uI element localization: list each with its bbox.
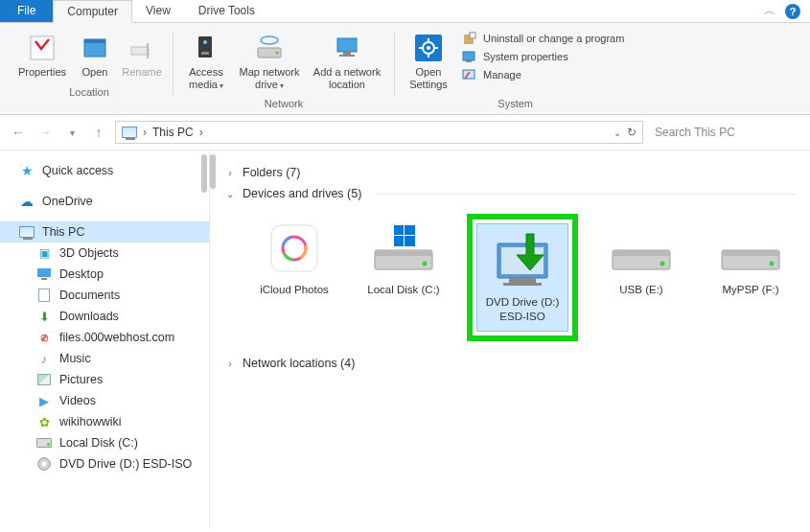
tab-computer[interactable]: Computer	[53, 0, 132, 23]
this-pc-icon	[122, 127, 137, 138]
svg-rect-2	[84, 39, 105, 43]
nav-wikihowwiki[interactable]: ✿wikihowwiki	[0, 411, 209, 432]
svg-rect-26	[37, 268, 51, 277]
downloads-icon: ⬇	[36, 309, 52, 324]
nav-pictures[interactable]: Pictures	[0, 369, 209, 390]
map-network-drive-button[interactable]: Map network drive▾	[235, 29, 304, 94]
drive-local-disk-c[interactable]: Local Disk (C:)	[358, 214, 450, 341]
ribbon-group-system: Open Settings Uninstall or change a prog…	[397, 29, 634, 114]
svg-rect-28	[271, 225, 317, 271]
svg-rect-45	[509, 278, 536, 283]
map-drive-icon	[254, 33, 285, 63]
highlight-annotation: DVD Drive (D:) ESD-ISO	[467, 214, 578, 341]
nav-local-disk-c[interactable]: Local Disk (C:)	[0, 432, 209, 453]
tab-drive-tools[interactable]: Drive Tools	[185, 0, 269, 22]
forward-button[interactable]: →	[35, 122, 56, 143]
collapse-ribbon-icon[interactable]: ︿	[764, 3, 775, 19]
svg-rect-23	[463, 52, 474, 60]
address-bar[interactable]: › This PC › ⌄ ↻	[115, 121, 643, 144]
recent-locations-button[interactable]: ▾	[61, 122, 82, 143]
cloud-icon: ☁	[19, 194, 35, 209]
address-row: ← → ▾ ↑ › This PC › ⌄ ↻ Search This PC	[0, 115, 810, 150]
drive-usb-e[interactable]: USB (E:)	[595, 214, 687, 341]
refresh-icon[interactable]: ↻	[627, 126, 636, 139]
music-icon: ♪	[36, 351, 52, 366]
back-button[interactable]: ←	[8, 122, 29, 143]
dropdown-icon: ▾	[220, 81, 223, 90]
nav-quick-access[interactable]: ★ Quick access	[0, 160, 209, 181]
svg-rect-4	[147, 43, 149, 58]
address-dropdown-icon[interactable]: ⌄	[613, 127, 621, 138]
svg-rect-3	[131, 47, 149, 55]
svg-rect-24	[466, 60, 472, 62]
nav-this-pc[interactable]: This PC	[0, 221, 209, 243]
breadcrumb-chevron-icon: ›	[199, 126, 203, 139]
star-icon: ★	[19, 163, 35, 178]
settings-gear-icon	[413, 33, 444, 63]
tab-view[interactable]: View	[132, 0, 185, 22]
ribbon-separator	[394, 33, 395, 95]
drive-icon	[36, 435, 52, 451]
drive-icloud-photos[interactable]: iCloud Photos	[248, 214, 340, 341]
svg-rect-48	[613, 250, 670, 256]
system-properties-button[interactable]: System properties	[462, 49, 624, 64]
svg-point-9	[276, 52, 279, 55]
rename-button[interactable]: Rename	[119, 29, 165, 82]
manage-button[interactable]: Manage	[462, 67, 624, 82]
content-scrollbar[interactable]	[210, 154, 216, 189]
nav-3d-objects[interactable]: ▣3D Objects	[0, 243, 209, 264]
tab-file[interactable]: File	[0, 0, 53, 22]
drive-mypsp-f[interactable]: MyPSP (F:)	[705, 214, 797, 341]
videos-icon: ▶	[36, 393, 52, 408]
access-media-button[interactable]: Access media▾	[181, 29, 231, 94]
search-input[interactable]: Search This PC	[649, 121, 802, 144]
svg-point-35	[423, 262, 428, 266]
nav-videos[interactable]: ▶Videos	[0, 390, 209, 411]
hdd-icon	[714, 220, 787, 277]
svg-point-10	[261, 36, 278, 44]
nav-scrollbar[interactable]	[201, 154, 207, 193]
up-button[interactable]: ↑	[88, 122, 109, 143]
hdd-icon	[367, 220, 440, 277]
help-icon[interactable]: ?	[785, 4, 800, 19]
nav-ftp-host[interactable]: ⎚files.000webhost.com	[0, 327, 209, 348]
section-folders[interactable]: › Folders (7)	[223, 162, 797, 183]
uninstall-program-button[interactable]: Uninstall or change a program	[462, 31, 624, 46]
nav-downloads[interactable]: ⬇Downloads	[0, 306, 209, 327]
chevron-right-icon: ›	[223, 359, 237, 369]
ribbon-group-location: Properties Open Rename Location	[8, 29, 171, 114]
svg-rect-39	[394, 236, 404, 246]
add-network-location-button[interactable]: Add a network location	[308, 29, 386, 94]
system-properties-icon	[462, 49, 477, 64]
nav-desktop[interactable]: Desktop	[0, 264, 209, 285]
ribbon-separator	[173, 33, 174, 95]
svg-point-49	[660, 262, 665, 266]
svg-rect-40	[405, 236, 415, 246]
nav-onedrive[interactable]: ☁ OneDrive	[0, 191, 209, 212]
svg-rect-22	[470, 33, 475, 38]
breadcrumb-location[interactable]: This PC	[152, 126, 194, 139]
svg-rect-7	[201, 52, 209, 55]
navigation-pane: ★ Quick access ☁ OneDrive This PC ▣3D Ob…	[0, 150, 210, 529]
open-button[interactable]: Open	[75, 29, 115, 82]
manage-icon	[462, 67, 477, 82]
svg-rect-46	[503, 283, 542, 286]
content-pane: › Folders (7) ⌄ Devices and drives (5) i…	[210, 150, 810, 529]
svg-rect-27	[41, 278, 47, 280]
dvd-icon	[36, 456, 52, 472]
nav-music[interactable]: ♪Music	[0, 348, 209, 369]
nav-dvd-drive[interactable]: DVD Drive (D:) ESD-ISO	[0, 453, 209, 474]
section-network-locations[interactable]: › Network locations (4)	[223, 353, 797, 374]
section-devices[interactable]: ⌄ Devices and drives (5)	[223, 183, 797, 204]
nav-documents[interactable]: Documents	[0, 285, 209, 306]
properties-button[interactable]: Properties	[13, 29, 71, 82]
3d-objects-icon: ▣	[36, 245, 52, 261]
drive-dvd-d[interactable]: DVD Drive (D:) ESD-ISO	[476, 223, 568, 332]
svg-rect-34	[375, 250, 432, 256]
drives-grid: iCloud Photos Local Disk (C:) DVD Drive …	[223, 204, 797, 353]
open-settings-button[interactable]: Open Settings	[403, 29, 454, 94]
svg-rect-37	[394, 225, 404, 235]
chevron-down-icon: ⌄	[223, 189, 237, 199]
chevron-right-icon: ›	[223, 168, 237, 178]
pictures-icon	[36, 372, 52, 387]
